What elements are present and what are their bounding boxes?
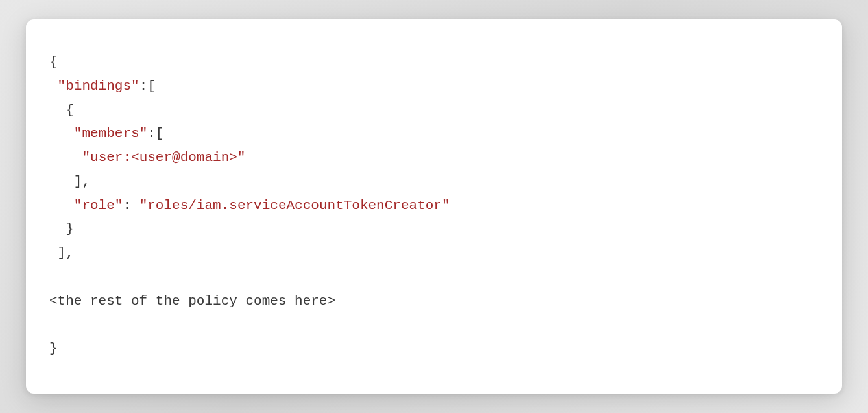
code-brace-open: { [49,55,58,69]
code-brace-close: } [66,221,74,236]
code-key-bindings: "bindings" [58,79,139,94]
code-indent [49,79,58,94]
code-indent [49,174,74,189]
code-key-role: "role" [74,198,123,213]
code-indent [49,103,66,118]
code-punct: : [123,198,139,213]
code-indent [49,245,58,260]
code-bracket-close: ], [74,174,90,189]
code-brace-close: } [49,341,58,356]
code-indent [49,150,82,165]
code-value-role: "roles/iam.serviceAccountTokenCreator" [139,198,450,213]
code-indent [49,221,66,236]
code-punct: :[ [147,126,163,141]
code-card: { "bindings":[ { "members":[ "user:<user… [26,19,842,394]
code-block: { "bindings":[ { "members":[ "user:<user… [49,51,819,361]
code-indent [49,198,74,213]
code-bracket-close: ], [58,245,74,260]
code-punct: :[ [139,79,156,94]
code-indent [49,126,74,141]
code-brace-open: { [66,103,74,118]
code-placeholder-comment: <the rest of the policy comes here> [49,294,335,308]
code-value-user: "user:<user@domain>" [82,150,245,165]
code-key-members: "members" [74,126,147,141]
